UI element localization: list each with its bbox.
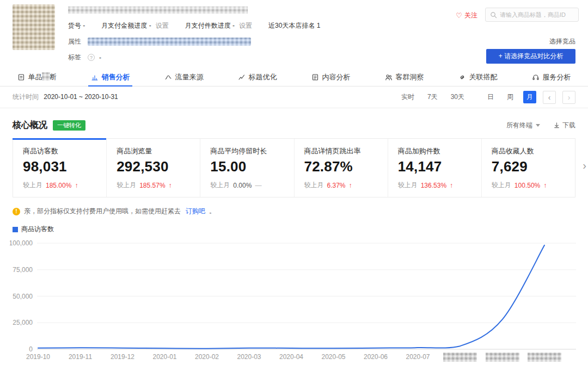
- select-competitor-link[interactable]: 选择竞品: [549, 37, 575, 46]
- download-label: 下载: [562, 121, 575, 130]
- compare-button[interactable]: + 请选择竞品对比分析: [486, 49, 575, 64]
- svg-text:2020-02: 2020-02: [195, 353, 219, 361]
- mosaic-patch: [443, 353, 477, 362]
- date-controls: 实时7天30天日周月‹›: [398, 91, 575, 104]
- metric-value: 292,530: [117, 158, 190, 175]
- diagnose-icon: [17, 73, 25, 81]
- follow-label: 关注: [464, 11, 477, 20]
- tab-label: 客群洞察: [396, 72, 424, 82]
- mosaic-patch: [528, 353, 561, 362]
- tab-match[interactable]: 关联搭配: [441, 68, 514, 86]
- service-icon: [532, 73, 540, 81]
- range-7d-button[interactable]: 7天: [424, 91, 441, 103]
- tab-label: 标题优化: [249, 72, 277, 82]
- tab-label: 内容分析: [322, 72, 351, 82]
- metric-card[interactable]: 商品加购件数14,147较上月136.53%↑: [388, 139, 481, 197]
- one-click-convert-badge[interactable]: 一键转化: [53, 120, 85, 131]
- chart-legend: 商品访客数: [13, 225, 588, 234]
- svg-text:2019-12: 2019-12: [111, 353, 134, 361]
- tab-traffic[interactable]: 流量来源: [147, 68, 220, 86]
- change-value: 185.57%: [139, 182, 165, 189]
- tab-diagnose[interactable]: 单品诊断: [0, 68, 74, 86]
- tab-service[interactable]: 服务分析: [514, 68, 588, 86]
- metric-card[interactable]: 商品收藏人数7,629较上月100.50%↑: [481, 139, 575, 197]
- metric-value: 7,629: [492, 158, 565, 175]
- tag-label: 标签: [68, 53, 81, 62]
- range-realtime-button[interactable]: 实时: [398, 91, 418, 103]
- prev-period-button[interactable]: ‹: [543, 91, 556, 104]
- content-icon: [311, 73, 319, 81]
- download-icon: [553, 122, 560, 129]
- metric-card[interactable]: 商品平均停留时长15.00较上月0.00%—: [200, 139, 293, 197]
- compare-label: 较上月: [210, 181, 230, 190]
- audience-icon: [385, 73, 393, 81]
- trend-flat-icon: —: [255, 182, 261, 189]
- terminal-select[interactable]: 所有终端: [506, 121, 540, 130]
- title-icon: [238, 73, 246, 81]
- tab-bar: 单品诊断销售分析流量来源标题优化内容分析客群洞察关联搭配服务分析: [0, 68, 588, 86]
- range-30d-button[interactable]: 30天: [448, 91, 468, 103]
- metric-label: 商品详情页跳出率: [304, 146, 378, 156]
- svg-text:2019-11: 2019-11: [69, 353, 92, 361]
- svg-text:2020-07: 2020-07: [406, 353, 430, 361]
- svg-text:2019-10: 2019-10: [26, 353, 50, 361]
- visitors-trend-chart: 025,00050,00075,000100,0002019-102019-11…: [10, 235, 578, 371]
- trend-up-icon: ↑: [169, 182, 172, 189]
- granularity-week-button[interactable]: 周: [504, 91, 517, 103]
- metric-value: 14,147: [398, 158, 471, 175]
- product-search[interactable]: [485, 8, 579, 22]
- pay-count-setting-link[interactable]: 设置: [239, 21, 252, 30]
- granularity-day-button[interactable]: 日: [484, 91, 497, 103]
- metric-card[interactable]: 商品访客数98,031较上月185.00%↑: [13, 139, 106, 197]
- order-link[interactable]: 订购吧: [186, 207, 205, 216]
- product-header: 货号 - 月支付金额进度 - 设置 月支付件数进度 - 设置 近30天本店排名 …: [0, 0, 588, 68]
- metric-cards: 商品访客数98,031较上月185.00%↑商品浏览量292,530较上月185…: [13, 138, 575, 197]
- tab-label: 单品诊断: [28, 72, 57, 82]
- heart-icon: ♡: [456, 11, 462, 20]
- pay-amount-setting-link[interactable]: 设置: [156, 21, 169, 30]
- follow-button[interactable]: ♡ 关注: [456, 11, 477, 20]
- tab-content[interactable]: 内容分析: [294, 68, 367, 86]
- svg-text:50,000: 50,000: [13, 293, 33, 300]
- change-value: 185.00%: [46, 182, 71, 189]
- metric-label: 商品加购件数: [398, 146, 471, 156]
- svg-text:25,000: 25,000: [13, 319, 33, 326]
- change-value: 100.50%: [514, 182, 540, 189]
- metric-value: 98,031: [23, 158, 96, 175]
- item-no: 货号 -: [68, 21, 85, 30]
- section-title: 核心概况: [13, 120, 47, 131]
- svg-text:100,000: 100,000: [10, 239, 33, 247]
- search-input[interactable]: [500, 11, 574, 18]
- compare-label: 较上月: [492, 181, 511, 190]
- cards-next-button[interactable]: ›: [583, 160, 586, 171]
- compare-label: 较上月: [304, 181, 324, 190]
- tab-sales[interactable]: 销售分析: [74, 68, 147, 86]
- change-value: 6.37%: [327, 182, 346, 189]
- tag-value: -: [99, 54, 101, 61]
- pay-count-progress: 月支付件数进度 -: [185, 21, 235, 30]
- shop-rank: 近30天本店排名 1: [268, 21, 320, 30]
- match-icon: [458, 73, 466, 81]
- granularity-month-button[interactable]: 月: [523, 91, 536, 103]
- overview-header: 核心概况 一键转化 所有终端 下载: [0, 108, 588, 138]
- metric-card[interactable]: 商品详情页跳出率72.87%较上月6.37%↑: [294, 139, 388, 197]
- sales-icon: [91, 73, 99, 81]
- metric-label: 商品平均停留时长: [210, 146, 284, 156]
- next-period-button[interactable]: ›: [562, 91, 575, 104]
- chevron-down-icon: [536, 124, 540, 127]
- tab-audience[interactable]: 客群洞察: [367, 68, 441, 86]
- metric-label: 商品收藏人数: [492, 146, 565, 156]
- tab-label: 流量来源: [175, 72, 204, 82]
- stat-time-range: 2020-10-01 ~ 2020-10-31: [44, 93, 118, 101]
- metric-value: 15.00: [210, 158, 284, 175]
- svg-text:0: 0: [29, 345, 33, 353]
- change-value: 136.53%: [421, 182, 446, 189]
- notice-suffix: 。: [209, 207, 216, 216]
- mosaic-patch: [42, 72, 50, 81]
- svg-text:2020-03: 2020-03: [237, 353, 261, 361]
- tab-label: 销售分析: [102, 72, 130, 82]
- metric-card[interactable]: 商品浏览量292,530较上月185.57%↑: [106, 139, 200, 197]
- download-button[interactable]: 下载: [553, 121, 575, 130]
- search-icon: [490, 11, 497, 18]
- tab-title[interactable]: 标题优化: [220, 68, 294, 86]
